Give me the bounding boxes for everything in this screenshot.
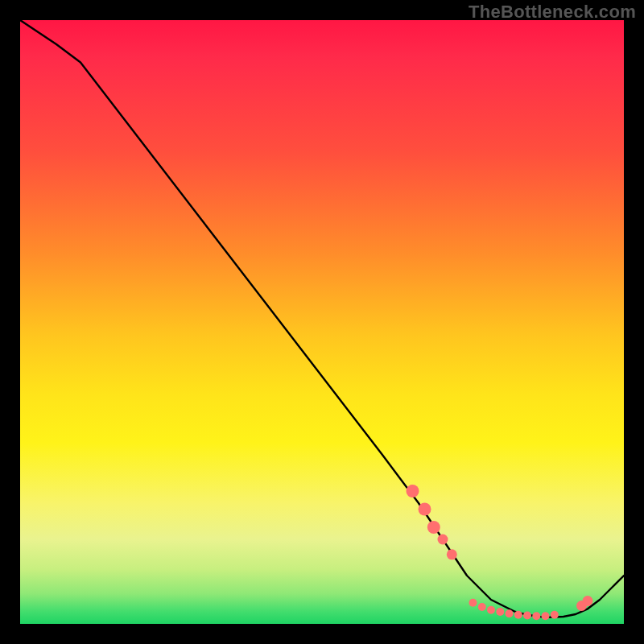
- plot-area: [20, 20, 624, 624]
- marker-dot: [447, 549, 457, 559]
- marker-dot: [506, 609, 514, 617]
- marker-dot: [551, 611, 559, 619]
- marker-dot: [469, 599, 477, 607]
- marker-dot: [438, 535, 448, 545]
- marker-dot: [542, 612, 550, 620]
- curve-markers: [407, 485, 593, 620]
- marker-dot: [523, 612, 531, 620]
- watermark-text: TheBottleneck.com: [469, 2, 636, 23]
- chart-frame: TheBottleneck.com: [0, 0, 644, 644]
- marker-dot: [427, 521, 440, 534]
- marker-dot: [419, 503, 431, 516]
- marker-dot: [532, 612, 540, 620]
- bottleneck-curve: [20, 20, 624, 617]
- marker-dot: [487, 606, 495, 614]
- bottleneck-curve-svg: [20, 20, 624, 624]
- marker-dot: [496, 608, 504, 616]
- marker-dot: [583, 596, 593, 606]
- marker-dot: [514, 611, 522, 619]
- marker-dot: [478, 603, 486, 611]
- marker-dot: [407, 485, 419, 497]
